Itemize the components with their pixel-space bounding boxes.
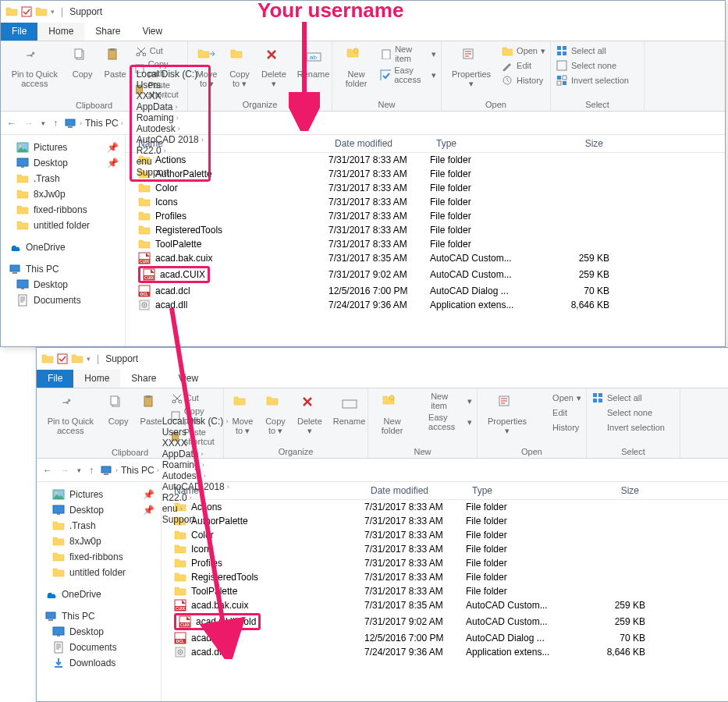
file-row[interactable]: Icons 7/31/2017 8:33 AM File folder — [126, 195, 725, 209]
forward-button[interactable]: → — [60, 465, 69, 476]
breadcrumb-seg[interactable]: R22.0 › — [162, 492, 229, 503]
recent-dropdown[interactable]: ▾ — [77, 466, 81, 474]
sidebar-fixed[interactable]: fixed-ribbons — [1, 202, 125, 218]
file-row[interactable]: acad.CUIX.old 7/31/2017 9:02 AM AutoCAD … — [162, 612, 728, 631]
file-row[interactable]: acad.bak.cuix 7/31/2017 8:35 AM AutoCAD … — [162, 598, 728, 612]
breadcrumb-seg[interactable]: R22.0 › — [137, 145, 204, 156]
tab-view[interactable]: View — [131, 23, 173, 41]
breadcrumb-seg[interactable]: Local Disk (C:) › — [162, 416, 229, 427]
delete-button[interactable]: Delete ▾ — [258, 44, 289, 90]
chevron-down-icon[interactable]: ▾ — [51, 8, 55, 16]
sidebar-documents[interactable]: Documents — [1, 292, 125, 308]
move-to-button[interactable]: Move to ▾ — [229, 392, 257, 437]
file-row[interactable]: ToolPalette 7/31/2017 8:33 AM File folde… — [126, 237, 725, 251]
sidebar-thispc[interactable]: This PC — [1, 261, 125, 277]
tab-home[interactable]: Home — [73, 370, 120, 388]
copy-to-button[interactable]: Copy to ▾ — [261, 392, 289, 437]
breadcrumb-seg[interactable]: Roaming › — [162, 459, 229, 470]
file-row[interactable]: ToolPalette 7/31/2017 8:33 AM File folde… — [162, 584, 728, 598]
file-row[interactable]: AuthorPalette 7/31/2017 8:33 AM File fol… — [126, 167, 725, 181]
sidebar-desktop2[interactable]: Desktop — [37, 624, 161, 640]
file-row[interactable]: acad.dll 7/24/2017 9:36 AM Application e… — [126, 298, 725, 312]
file-row[interactable]: Profiles 7/31/2017 8:33 AM File folder — [162, 556, 728, 570]
easy-access-button[interactable]: Easy access ▾ — [380, 66, 436, 84]
sidebar-trash[interactable]: .Trash — [1, 171, 125, 186]
open-button[interactable]: Open ▾ — [501, 44, 545, 57]
sidebar-rand[interactable]: 8xJw0p — [1, 186, 125, 202]
tab-home[interactable]: Home — [37, 23, 84, 41]
tab-share[interactable]: Share — [120, 370, 167, 388]
address-bar[interactable]: ← → ▾ ↑ › This PC › Local Disk (C:) › Us… — [37, 459, 728, 482]
easy-access-button[interactable]: Easy access ▾ — [416, 413, 472, 431]
file-row[interactable]: Actions 7/31/2017 8:33 AM File folder — [126, 153, 725, 167]
select-all-button[interactable]: Select all — [556, 44, 629, 57]
sidebar-desktop2[interactable]: Desktop — [1, 277, 125, 292]
file-row[interactable]: RegisteredTools 7/31/2017 8:33 AM File f… — [162, 570, 728, 584]
col-date[interactable]: Date modified — [364, 485, 466, 496]
tab-file[interactable]: File — [37, 370, 73, 388]
breadcrumb-seg[interactable]: XXXX › — [162, 438, 229, 448]
sidebar-pictures[interactable]: Pictures📌 — [1, 140, 125, 155]
file-row[interactable]: Profiles 7/31/2017 8:33 AM File folder — [126, 209, 725, 223]
titlebar[interactable]: ▾ | Support — [37, 348, 728, 370]
breadcrumb-seg[interactable]: enu › — [137, 156, 204, 167]
sidebar-fixed[interactable]: fixed-ribbons — [37, 549, 161, 565]
sidebar-downloads[interactable]: Downloads — [37, 655, 161, 671]
col-type[interactable]: Type — [430, 138, 531, 149]
breadcrumb-seg[interactable]: Support — [162, 514, 229, 525]
up-button[interactable]: ↑ — [89, 465, 94, 476]
new-folder-button[interactable]: New folder — [373, 392, 411, 437]
breadcrumb-seg[interactable]: Local Disk (C:) › — [137, 69, 204, 80]
edit-button[interactable]: Edit — [501, 59, 545, 72]
cut-button[interactable]: Cut — [170, 392, 218, 404]
breadcrumb-seg[interactable]: Support — [137, 167, 204, 178]
select-none-button[interactable]: Select none — [591, 406, 665, 419]
breadcrumb-seg[interactable]: This PC › — [121, 465, 159, 476]
file-row[interactable]: Color 7/31/2017 8:33 AM File folder — [162, 528, 728, 542]
rename-button[interactable]: Rename — [330, 392, 369, 427]
sidebar-onedrive[interactable]: OneDrive — [1, 239, 125, 255]
sidebar-rand[interactable]: 8xJw0p — [37, 534, 161, 549]
breadcrumb-seg[interactable]: AutoCAD 2018 › — [137, 134, 204, 145]
file-row[interactable]: acad.CUIX 7/31/2017 9:02 AM AutoCAD Cust… — [126, 265, 725, 284]
breadcrumb-seg[interactable]: AppData › — [162, 448, 229, 459]
open-button[interactable]: Open ▾ — [537, 392, 581, 404]
tab-view[interactable]: View — [167, 370, 209, 388]
file-row[interactable]: Icons 7/31/2017 8:33 AM File folder — [162, 542, 728, 556]
pin-to-quick-access-button[interactable]: Pin to Quick access — [5, 44, 64, 90]
new-folder-button[interactable]: New folder — [337, 44, 375, 90]
edit-button[interactable]: Edit — [537, 406, 581, 419]
back-button[interactable]: ← — [43, 465, 52, 476]
copy-button[interactable]: Copy — [69, 44, 97, 80]
breadcrumb-seg[interactable]: Autodesk › — [162, 470, 229, 481]
tab-share[interactable]: Share — [84, 23, 131, 41]
sidebar-desktop[interactable]: Desktop📌 — [1, 155, 125, 171]
breadcrumb-seg[interactable]: This PC › — [85, 118, 123, 129]
tab-file[interactable]: File — [1, 23, 37, 41]
sidebar-untitled[interactable]: untitled folder — [37, 565, 161, 580]
breadcrumb-seg[interactable]: Users › — [137, 80, 204, 90]
col-size[interactable]: Size — [531, 138, 609, 149]
new-item-button[interactable]: New item ▾ — [416, 392, 472, 410]
col-type[interactable]: Type — [466, 485, 567, 496]
copy-to-button[interactable]: Copy to ▾ — [226, 44, 254, 90]
breadcrumb-seg[interactable]: AppData › — [137, 101, 204, 112]
pin-to-quick-access-button[interactable]: Pin to Quick access — [41, 392, 100, 437]
back-button[interactable]: ← — [7, 118, 16, 129]
select-all-button[interactable]: Select all — [591, 392, 665, 404]
file-row[interactable]: acad.dcl 12/5/2016 7:00 PM AutoCAD Dialo… — [162, 631, 728, 645]
address-bar[interactable]: ← → ▾ ↑ › This PC › Local Disk (C:) › Us… — [1, 112, 725, 135]
breadcrumb-seg[interactable]: XXXX › — [137, 90, 204, 101]
invert-selection-button[interactable]: Invert selection — [556, 74, 629, 87]
invert-selection-button[interactable]: Invert selection — [591, 421, 665, 434]
properties-button[interactable]: Properties ▾ — [446, 44, 496, 90]
file-row[interactable]: RegisteredTools 7/31/2017 8:33 AM File f… — [126, 223, 725, 237]
recent-dropdown[interactable]: ▾ — [41, 119, 45, 127]
col-date[interactable]: Date modified — [328, 138, 430, 149]
sidebar-onedrive[interactable]: OneDrive — [37, 587, 161, 602]
cut-button[interactable]: Cut — [134, 44, 183, 57]
file-row[interactable]: AuthorPalette 7/31/2017 8:33 AM File fol… — [162, 514, 728, 528]
forward-button[interactable]: → — [24, 118, 34, 129]
select-none-button[interactable]: Select none — [556, 59, 629, 72]
paste-button[interactable]: Paste — [101, 44, 130, 80]
